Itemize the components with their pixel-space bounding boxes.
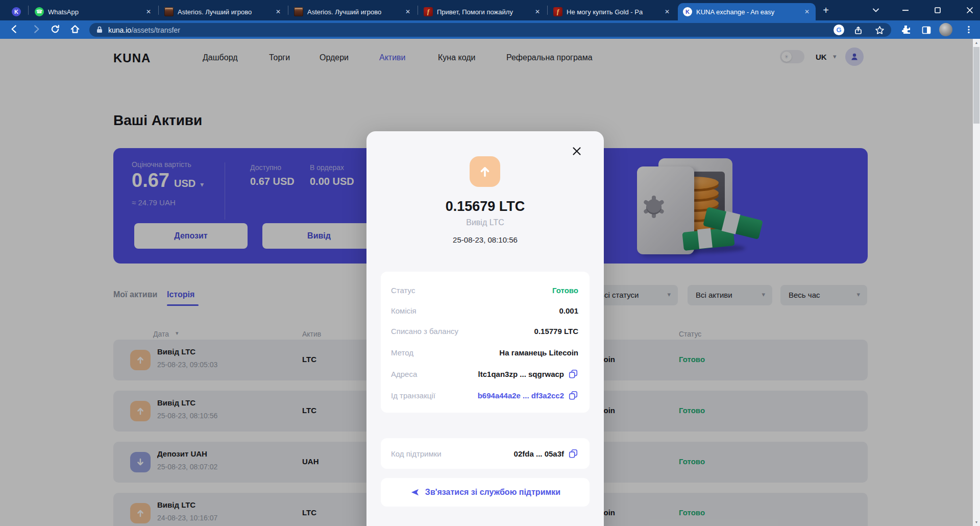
copy-icon[interactable] <box>568 390 578 400</box>
scroll-down-icon[interactable]: ▼ <box>973 520 980 524</box>
asterios-favicon-icon <box>294 7 303 16</box>
detail-label: Метод <box>391 348 413 357</box>
tab-close-icon[interactable]: ✕ <box>803 8 811 15</box>
tab-close-icon[interactable]: ✕ <box>664 8 671 15</box>
browser-tab-strip: K ☎ WhatsApp ✕ Asterios. Лучший игрово ✕… <box>0 0 980 20</box>
home-icon[interactable] <box>69 23 81 35</box>
tab-title: Asterios. Лучший игрово <box>307 8 400 16</box>
kuna-favicon-icon: K <box>683 7 692 16</box>
side-panel-icon[interactable] <box>921 25 932 36</box>
tab-separator <box>547 6 548 15</box>
detail-row-status: Статус Готово <box>391 280 578 300</box>
window-maximize-button[interactable] <box>932 5 943 16</box>
tab-close-icon[interactable]: ✕ <box>275 8 282 15</box>
support-code-label: Код підтримки <box>391 449 442 458</box>
contact-support-button[interactable]: Зв'язатися зі службою підтримки <box>381 478 590 507</box>
detail-label: Статус <box>391 286 415 295</box>
transaction-type: Вивід LTC <box>366 218 604 227</box>
window-minimize-button[interactable] <box>900 5 911 16</box>
menu-dots-icon[interactable] <box>963 24 974 35</box>
paper-plane-icon <box>410 487 420 497</box>
support-code-value: 02fda ... 05a3f <box>514 449 564 458</box>
forum-favicon-icon: f <box>553 7 562 16</box>
forward-icon[interactable] <box>31 23 42 35</box>
detail-value: На гаманець Litecoin <box>499 348 578 357</box>
support-code-panel: Код підтримки 02fda ... 05a3f <box>381 438 590 469</box>
tab-asterios-1[interactable]: Asterios. Лучший игрово ✕ <box>159 3 287 20</box>
detail-row-debited: Списано з балансу 0.15779 LTC <box>391 321 578 341</box>
contact-support-label: Зв'язатися зі службою підтримки <box>425 488 560 497</box>
tab-title: Привет, Помоги пожайлу <box>437 8 530 16</box>
tab-search-chevron-icon[interactable] <box>870 5 881 16</box>
tab-separator <box>418 6 418 15</box>
detail-row-address: Адреса ltc1qan3zp ... sqgrwacp <box>391 364 578 384</box>
forum-favicon-icon: f <box>424 7 433 16</box>
tab-title: Не могу купить Gold - Pa <box>567 8 659 16</box>
detail-label: Адреса <box>391 370 417 378</box>
tab-title: Asterios. Лучший игрово <box>178 8 271 16</box>
transaction-details-modal: 0.15679 LTC Вивід LTC 25-08-23, 08:10:56… <box>366 131 604 526</box>
support-code-row: Код підтримки 02fda ... 05a3f <box>391 443 578 464</box>
tab-kuna-pinned[interactable]: K <box>5 3 28 20</box>
copy-icon[interactable] <box>568 369 578 379</box>
new-tab-button[interactable]: + <box>820 4 832 16</box>
wallet-address: ltc1qan3zp ... sqgrwacp <box>478 370 564 378</box>
detail-row-txid: Ід транзакції b694a44a2e ... df3a2cc2 <box>391 385 578 405</box>
detail-label: Комісія <box>391 306 416 315</box>
lock-icon <box>96 26 103 34</box>
google-g-icon[interactable]: G <box>834 25 844 35</box>
url-domain: kuna.io <box>108 26 131 34</box>
url-bar[interactable] <box>89 23 891 37</box>
transaction-datetime: 25-08-23, 08:10:56 <box>366 235 604 244</box>
close-icon[interactable] <box>571 145 583 157</box>
scrollbar-thumb[interactable] <box>973 47 979 124</box>
tab-kuna-exchange-active[interactable]: K KUNA exchange - An easy ✕ <box>678 3 816 20</box>
whatsapp-icon: ☎ <box>35 7 44 16</box>
status-badge: Готово <box>552 286 578 295</box>
details-panel: Статус Готово Комісія 0.001 Списано з ба… <box>381 272 590 413</box>
detail-value: 0.001 <box>559 306 578 315</box>
url-path: /assets/transfer <box>131 26 180 34</box>
tab-separator <box>28 6 29 15</box>
kuna-favicon-icon: K <box>12 7 21 16</box>
tab-close-icon[interactable]: ✕ <box>404 8 411 15</box>
scroll-up-icon[interactable]: ▲ <box>973 41 980 44</box>
extensions-puzzle-icon[interactable] <box>900 24 912 35</box>
tab-close-icon[interactable]: ✕ <box>145 8 152 15</box>
browser-profile-avatar[interactable] <box>939 23 952 36</box>
copy-icon[interactable] <box>568 448 578 459</box>
detail-label: Ід транзакції <box>391 391 435 400</box>
bookmark-star-icon[interactable] <box>874 25 885 36</box>
tab-close-icon[interactable]: ✕ <box>534 8 541 15</box>
url-text[interactable]: kuna.io/assets/transfer <box>108 26 180 34</box>
tab-forum-gold[interactable]: f Не могу купить Gold - Pa ✕ <box>548 3 676 20</box>
reload-icon[interactable] <box>50 23 61 35</box>
withdraw-arrow-icon <box>470 156 500 187</box>
back-icon[interactable] <box>9 23 20 35</box>
detail-value: 0.15779 LTC <box>534 327 578 336</box>
detail-row-method: Метод На гаманець Litecoin <box>391 342 578 363</box>
tab-whatsapp[interactable]: ☎ WhatsApp ✕ <box>30 3 157 20</box>
tab-forum-privet[interactable]: f Привет, Помоги пожайлу ✕ <box>419 3 546 20</box>
share-icon[interactable] <box>853 25 864 36</box>
tab-separator <box>288 6 288 15</box>
asterios-favicon-icon <box>164 7 174 16</box>
tab-title: WhatsApp <box>48 8 141 16</box>
tab-asterios-2[interactable]: Asterios. Лучший игрово ✕ <box>289 3 416 20</box>
tab-title: KUNA exchange - An easy <box>696 8 799 16</box>
detail-label: Списано з балансу <box>391 327 458 336</box>
transaction-id-link[interactable]: b694a44a2e ... df3a2cc2 <box>478 391 564 400</box>
page-scrollbar[interactable]: ▲ ▼ <box>973 39 980 526</box>
window-close-button[interactable] <box>964 5 975 16</box>
tab-separator <box>158 6 159 15</box>
transaction-amount: 0.15679 LTC <box>366 199 604 214</box>
detail-row-fee: Комісія 0.001 <box>391 300 578 321</box>
